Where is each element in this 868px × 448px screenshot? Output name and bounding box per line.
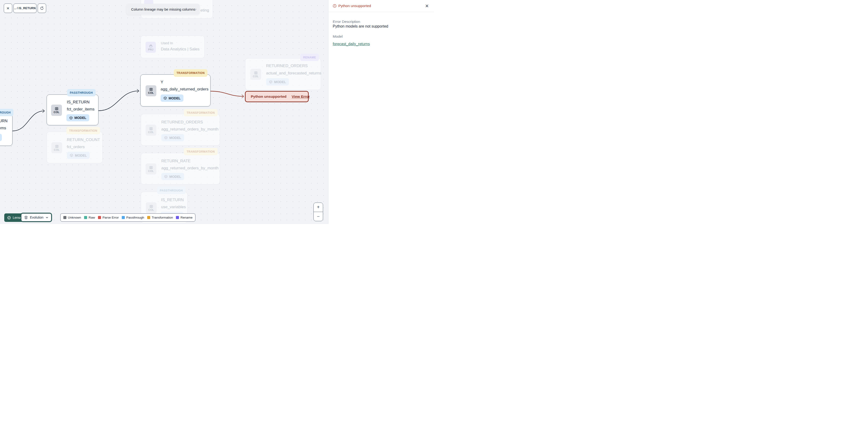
zoom-control[interactable]: + − (313, 203, 323, 221)
node-title: IS_RETURN (0, 119, 7, 123)
node-fct-orders[interactable]: TRANSFORMATION COL RETURN_COUNT fct_orde… (46, 132, 103, 163)
column-icon: COL (146, 125, 156, 136)
node-subtitle: agg_returned_orders_by_month (161, 127, 219, 132)
model-link[interactable]: forecast_daily_returns (333, 42, 370, 46)
node-title: Data Analytics | Sales (161, 47, 199, 52)
zoom-out-button[interactable]: − (314, 212, 323, 221)
col-label: COL (148, 91, 154, 94)
legend-item: Rename (176, 216, 192, 219)
model-label: MODEL (169, 136, 181, 140)
model-badge: MODEL (161, 94, 183, 102)
node-title: RETURN_COUNT (67, 138, 100, 142)
node-label: Used In (161, 41, 173, 45)
col-label: COL (54, 111, 59, 114)
transformation-badge: TRANSFORMATION (184, 109, 218, 116)
node-left-partial[interactable]: PASSTHROUGH IS_RETURN fct_order_items MO… (0, 114, 12, 146)
model-label: MODEL (74, 116, 86, 120)
refresh-button[interactable] (38, 3, 46, 13)
col-label: COL (54, 148, 60, 151)
col-label: COL (253, 75, 258, 78)
legend-swatch (63, 216, 66, 219)
node-agg-daily-returned-orders[interactable]: TRANSFORMATION COL Y agg_daily_returned_… (141, 74, 211, 107)
node-subtitle: fct_order_items (0, 126, 6, 130)
legend-item: Transformation (147, 216, 173, 219)
node-title: IS_RETURN (67, 100, 90, 104)
info-icon[interactable] (195, 7, 196, 11)
panel-close-icon[interactable]: ✕ (425, 4, 429, 8)
lineage-canvas[interactable]: eting PRJ Used In Data Analytics | Sales… (0, 0, 328, 224)
node-title: RETURN_RATE (161, 159, 190, 163)
project-icon: PRJ (146, 42, 156, 53)
breadcrumb[interactable]: .. / IS_RETURN (13, 3, 36, 13)
legend-label: Transformation (152, 216, 173, 219)
legend-swatch (176, 216, 179, 219)
legend-label: Parse Error (102, 216, 119, 219)
toast-text: Column lineage may be missing columns (131, 7, 195, 11)
passthrough-badge: PASSTHROUGH (157, 187, 186, 194)
node-agg-returned-orders-by-month[interactable]: TRANSFORMATION COL RETURNED_ORDERS agg_r… (141, 114, 220, 146)
node-title: RETURNED_ORDERS (161, 120, 203, 125)
legend-item: Passthrough (122, 216, 144, 219)
zoom-in-button[interactable]: + (314, 203, 323, 212)
panel-title: Python unsupported (338, 4, 425, 8)
node-actual-and-forecasted-returns[interactable]: RENAME COL RETURNED_ORDERS actual_and_fo… (245, 58, 321, 90)
passthrough-badge: PASSTHROUGH (67, 89, 96, 96)
column-icon: COL (146, 85, 156, 96)
model-label: MODEL (274, 80, 286, 84)
legend-swatch (98, 216, 101, 219)
legend-item: Unknown (63, 216, 81, 219)
error-node-text: Python unsupported (251, 94, 287, 99)
model-badge: MODEL (66, 114, 89, 121)
node-title: agg_daily_returned_orders (161, 87, 208, 92)
node-title-fragment: eting (200, 8, 209, 13)
layers-icon (24, 215, 28, 219)
node-fct-order-items[interactable]: PASSTHROUGH COL IS_RETURN fct_order_item… (46, 94, 98, 125)
refresh-icon (40, 6, 44, 10)
lens-aperture-icon (7, 216, 11, 220)
rename-badge: RENAME (300, 54, 319, 61)
model-label: Model (333, 34, 343, 39)
close-icon: × (7, 5, 9, 11)
legend-label: Unknown (68, 216, 81, 219)
node-subtitle: actual_and_forecasted_returns (266, 71, 321, 76)
error-description-label: Error Description (333, 20, 360, 24)
warning-icon (333, 4, 337, 8)
model-badge: MODEL (266, 78, 289, 86)
model-badge: MODEL (0, 134, 2, 141)
transformation-badge: TRANSFORMATION (66, 127, 100, 134)
legend-swatch (84, 216, 87, 219)
column-icon: COL (250, 69, 261, 80)
legend-label: Passthrough (126, 216, 144, 219)
legend-item: Parse Error (98, 216, 119, 219)
transformation-badge: TRANSFORMATION (174, 69, 208, 77)
node-subtitle: agg_returned_orders_by_month (161, 166, 219, 171)
node-label: Y (161, 80, 163, 85)
legend-swatch (147, 216, 150, 219)
legend-label: Raw (89, 216, 95, 219)
col-label: COL (148, 131, 154, 133)
model-badge: MODEL (161, 134, 184, 141)
column-icon: COL (51, 104, 62, 116)
prj-label: PRJ (148, 48, 153, 51)
panel-header: Python unsupported ✕ (329, 0, 434, 12)
error-node-python-unsupported[interactable]: Python unsupported View Error (245, 91, 309, 102)
node-title: IS_RETURN (161, 198, 184, 202)
node-subtitle: use_variables (161, 205, 186, 209)
model-badge: MODEL (161, 173, 184, 180)
model-label: MODEL (168, 96, 181, 100)
node-used-in-sales[interactable]: PRJ Used In Data Analytics | Sales (141, 36, 205, 58)
column-icon: COL (146, 163, 156, 175)
column-icon: COL (146, 202, 157, 213)
error-description-value: Python models are not supported (333, 24, 388, 29)
error-detail-panel: Python unsupported ✕ Error Description P… (328, 0, 434, 224)
node-return-rate[interactable]: TRANSFORMATION COL RETURN_RATE agg_retur… (141, 153, 220, 184)
lens-dropdown[interactable]: Evolution (21, 213, 52, 222)
node-subtitle: fct_order_items (67, 107, 94, 112)
legend-label: Rename (180, 216, 192, 219)
column-icon: COL (51, 142, 62, 153)
col-label: COL (148, 208, 154, 211)
view-error-link[interactable]: View Error (292, 94, 310, 99)
close-lineage-button[interactable]: × (4, 3, 12, 13)
lineage-legend: Unknown Raw Parse Error Passthrough Tran… (60, 213, 195, 222)
legend-item: Raw (84, 216, 95, 219)
